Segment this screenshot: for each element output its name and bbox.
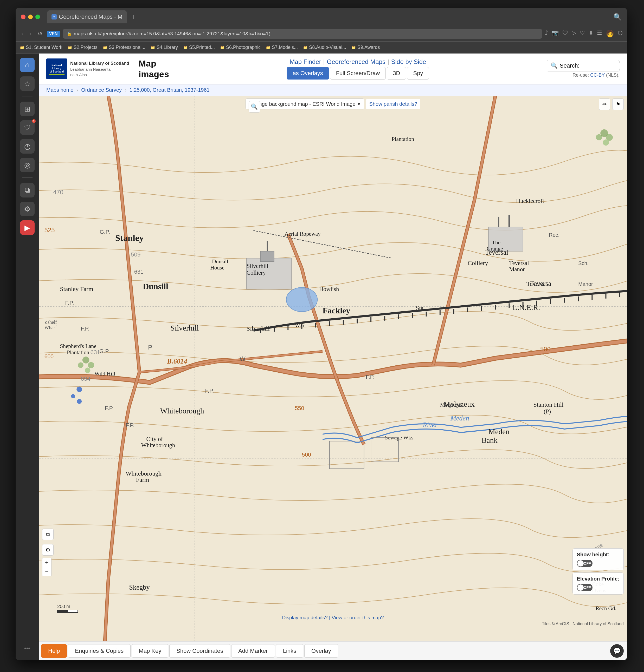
address-bar[interactable]: 🔒 maps.nls.uk/geo/explore/#zoom=15.0&lat… [63, 29, 542, 39]
bookmark-s7[interactable]: 📁 S7.Models... [266, 45, 298, 50]
bookmark-s4[interactable]: 📁 S4.Library [151, 45, 178, 50]
svg-text:Colliery: Colliery [468, 260, 488, 266]
nls-name-line3: na h-Alba [70, 72, 129, 77]
enquiries-button[interactable]: Enquiries & Copies [68, 644, 131, 658]
folder-icon-s4: 📁 [151, 46, 155, 50]
sidebar-appgrid-icon[interactable]: ⊞ [20, 101, 35, 116]
bookmark-s6[interactable]: 📁 S6.Photographic [220, 45, 261, 50]
links-button[interactable]: Links [276, 644, 303, 658]
reload-button[interactable]: ↺ [36, 29, 44, 39]
sidebar-location-icon[interactable]: ◎ [20, 158, 35, 172]
side-by-side-link[interactable]: Side by Side [391, 58, 426, 65]
add-marker-button[interactable]: Add Marker [231, 644, 275, 658]
sidebar-home-icon[interactable]: ⌂ [20, 58, 35, 72]
map-layers-button[interactable]: ⧉ [42, 529, 54, 540]
bookmark-s2[interactable]: 📁 S2.Projects [68, 45, 97, 50]
height-toggle-track[interactable]: OFF [577, 560, 593, 567]
elev-toggle-track[interactable]: OFF [577, 584, 593, 591]
map-gear-button[interactable]: ⚙ [42, 544, 54, 555]
overlay-button[interactable]: Overlay [304, 644, 338, 658]
shield-icon[interactable]: 🛡 [562, 29, 568, 38]
extensions-icon[interactable]: ⬡ [618, 29, 623, 38]
zoom-in-button[interactable]: + [42, 558, 51, 567]
play-icon[interactable]: ▷ [572, 29, 576, 38]
bg-map-label: Change background map - ESRI World Image [249, 101, 355, 107]
bookmark-s9[interactable]: 📁 S9.Awards [351, 45, 380, 50]
parish-details-link[interactable]: Show parish details? [366, 99, 421, 109]
profile-icon[interactable]: 🧑 [606, 29, 614, 38]
full-screen-draw-button[interactable]: Full Screen/Draw [330, 67, 386, 80]
bookmark-s1[interactable]: 📁 S1. Student Work [20, 45, 62, 50]
svg-text:G.P.: G.P. [99, 348, 110, 355]
svg-text:Dunsill: Dunsill [212, 258, 229, 265]
map-container[interactable]: Stanley Dunsill Fackley Silverhill White… [39, 96, 627, 641]
nls-header: National Library of Scotland National Li… [39, 53, 627, 84]
svg-text:600: 600 [45, 353, 54, 360]
svg-text:Colliery: Colliery [247, 269, 266, 276]
svg-text:Manor: Manor [578, 281, 593, 287]
new-tab-button[interactable]: + [129, 12, 138, 22]
nls-name-line2: Leabharlann Nàiseanta [70, 67, 129, 72]
tab-title: Georeferenced Maps - M [59, 13, 122, 20]
map-key-button[interactable]: Map Key [132, 644, 168, 658]
sidebar-clock-icon[interactable]: ◷ [20, 139, 35, 154]
sidebar-settings-icon[interactable]: ⚙ [20, 202, 35, 216]
bookmark-s3[interactable]: 📁 S3.Professional... [103, 45, 145, 50]
map-edit-icon[interactable]: ✏ [599, 98, 610, 110]
geo-maps-link[interactable]: Georeferenced Maps [327, 58, 385, 65]
breadcrumb-home[interactable]: Maps home [46, 87, 74, 93]
spy-button[interactable]: Spy [407, 67, 429, 80]
as-overlays-button[interactable]: as Overlays [286, 67, 329, 80]
fullscreen-button[interactable] [35, 14, 40, 19]
mac-sidebar: ⌂ ☆ ⊞ ♡1 ◷ ◎ ⧉ ⚙ ▶ ••• [15, 53, 39, 660]
3d-button[interactable]: 3D [387, 67, 406, 80]
background-map-selector[interactable]: Change background map - ESRI World Image… [246, 98, 364, 109]
svg-text:Farm: Farm [136, 476, 149, 483]
bookmark-s8[interactable]: 📁 S8.Audio-Visual... [303, 45, 346, 50]
svg-point-128 [71, 394, 75, 398]
svg-text:634: 634 [81, 375, 91, 382]
chat-button[interactable]: 💬 [610, 644, 624, 658]
search-input[interactable] [582, 63, 627, 69]
download-icon[interactable]: ⬇ [589, 29, 593, 38]
svg-text:631: 631 [90, 349, 100, 356]
search-box[interactable]: 🔍 Search: [547, 60, 620, 71]
topo-map-base: Stanley Dunsill Fackley Silverhill White… [39, 96, 627, 641]
svg-text:Silverhill: Silverhill [247, 325, 270, 332]
map-detail-link[interactable]: Display map details? | View or order thi… [282, 615, 384, 621]
bookmark-label-s1: S1. Student Work [26, 45, 62, 50]
svg-text:Wild Hill: Wild Hill [94, 371, 115, 377]
breadcrumb-ordnance[interactable]: Ordnance Survey [81, 87, 122, 93]
elevation-toggle[interactable]: OFF [577, 584, 619, 591]
show-height-toggle[interactable]: OFF [577, 560, 619, 567]
map-finder-link[interactable]: Map Finder [290, 58, 321, 65]
map-search-zoom-icon[interactable]: 🔍 [249, 101, 260, 112]
bookmark-s5[interactable]: 📁 S5.Printed... [183, 45, 215, 50]
traffic-lights [21, 14, 40, 19]
map-flag-icon[interactable]: ⚑ [612, 98, 624, 110]
titlebar-search-icon[interactable]: 🔍 [613, 13, 622, 21]
sidebar-star-icon[interactable]: ☆ [20, 76, 35, 91]
sidebar-toggle-icon[interactable]: ☰ [597, 29, 602, 38]
back-button[interactable]: ‹ [20, 29, 25, 39]
sidebar-heart-icon[interactable]: ♡1 [20, 120, 35, 135]
close-button[interactable] [21, 14, 25, 19]
svg-point-129 [77, 399, 82, 404]
forward-button[interactable]: › [28, 29, 33, 39]
svg-text:525: 525 [45, 227, 55, 233]
browser-tab-active[interactable]: M Georeferenced Maps - M [47, 10, 127, 23]
minimize-button[interactable] [28, 14, 33, 19]
bookmark-icon[interactable]: ♡ [580, 29, 585, 38]
help-button[interactable]: Help [41, 644, 67, 658]
sidebar-layers-icon[interactable]: ⧉ [20, 183, 35, 197]
zoom-out-button[interactable]: − [42, 567, 51, 576]
camera-icon[interactable]: 📷 [552, 29, 559, 38]
share-icon[interactable]: ⤴ [545, 29, 548, 38]
sidebar-more-dots[interactable]: ••• [24, 645, 30, 652]
sidebar-video-icon[interactable]: ▶ [20, 220, 35, 235]
svg-text:River: River [422, 421, 438, 429]
breadcrumb-current[interactable]: 1:25,000, Great Britain, 1937-1961 [130, 87, 210, 93]
cc-by-link[interactable]: CC-BY [590, 72, 605, 78]
show-coordinates-button[interactable]: Show Coordinates [169, 644, 230, 658]
show-height-panel: Show height: OFF [573, 548, 624, 571]
